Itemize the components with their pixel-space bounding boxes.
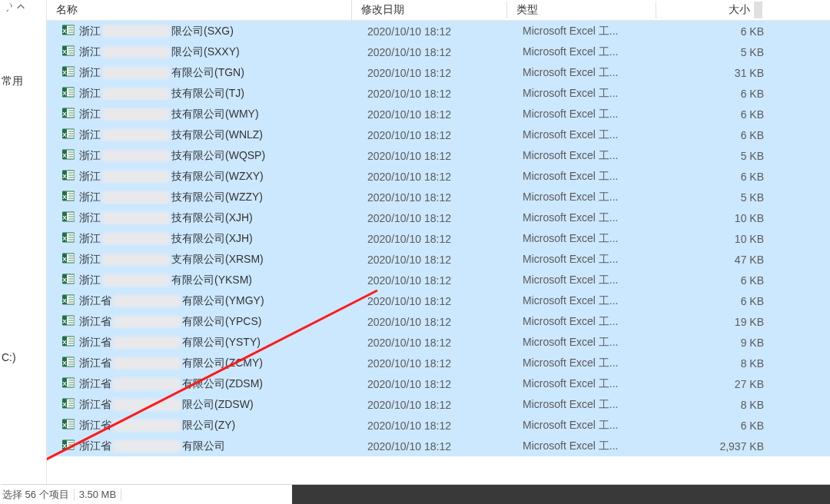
svg-text:X: X xyxy=(62,360,67,366)
excel-icon: X xyxy=(62,231,75,246)
file-name: 浙江技有限公司(XJH) xyxy=(79,211,358,225)
redacted-text xyxy=(102,88,170,100)
excel-icon: X xyxy=(62,418,75,433)
file-size: 2,937 KB xyxy=(662,440,775,453)
file-size: 8 KB xyxy=(662,399,775,411)
file-name: 浙江技有限公司(WZXY) xyxy=(79,170,358,184)
redacted-text xyxy=(113,419,181,432)
file-row[interactable]: X浙江有限公司(YKSM)2020/10/10 18:12Microsoft E… xyxy=(47,270,830,290)
file-row[interactable]: X浙江有限公司(TGN)2020/10/10 18:12Microsoft Ex… xyxy=(47,62,830,83)
redacted-text xyxy=(102,150,170,162)
redacted-text xyxy=(102,108,170,121)
svg-text:X: X xyxy=(62,90,67,97)
svg-text:X: X xyxy=(62,194,67,201)
file-name: 浙江技有限公司(WMY) xyxy=(79,108,358,121)
file-row[interactable]: X浙江省有限公司(ZDSM)2020/10/10 18:12Microsoft … xyxy=(47,373,830,394)
file-type: Microsoft Excel 工... xyxy=(513,377,662,391)
excel-icon: X xyxy=(62,128,75,142)
file-type: Microsoft Excel 工... xyxy=(513,45,662,59)
svg-text:X: X xyxy=(62,28,67,35)
excel-icon: X xyxy=(62,190,75,204)
file-date: 2020/10/10 18:12 xyxy=(358,150,513,162)
file-name: 浙江限公司(SXXY) xyxy=(79,45,358,59)
file-row[interactable]: X浙江技有限公司(TJ)2020/10/10 18:12Microsoft Ex… xyxy=(47,83,830,104)
redacted-text xyxy=(102,171,170,183)
file-size: 10 KB xyxy=(662,212,775,224)
excel-icon: X xyxy=(62,211,75,225)
file-row[interactable]: X浙江技有限公司(WMY)2020/10/10 18:12Microsoft E… xyxy=(47,104,830,124)
file-name: 浙江省有限公司(ZDSM) xyxy=(79,377,358,391)
file-name: 浙江技有限公司(WQSP) xyxy=(79,149,358,163)
column-header-size[interactable]: 大小 xyxy=(656,0,762,20)
nav-drive-c[interactable]: C:) xyxy=(0,346,46,368)
file-date: 2020/10/10 18:12 xyxy=(358,274,513,287)
file-type: Microsoft Excel 工... xyxy=(513,294,662,308)
column-header-name[interactable]: 名称 xyxy=(47,0,352,20)
file-row[interactable]: X浙江技有限公司(XJH)2020/10/10 18:12Microsoft E… xyxy=(47,228,830,249)
file-row[interactable]: X浙江技有限公司(WZZY)2020/10/10 18:12Microsoft … xyxy=(47,187,830,207)
column-headers: 名称 修改日期 类型 大小 xyxy=(47,0,830,21)
file-row[interactable]: X浙江限公司(SXG)2020/10/10 18:12Microsoft Exc… xyxy=(47,21,830,41)
file-row[interactable]: X浙江限公司(SXXY)2020/10/10 18:12Microsoft Ex… xyxy=(47,41,830,62)
file-name: 浙江省有限公司(YSTY) xyxy=(79,336,358,350)
file-size: 5 KB xyxy=(662,191,775,204)
column-header-date[interactable]: 修改日期 xyxy=(352,0,507,20)
nav-favorites[interactable]: 常用 xyxy=(0,70,46,93)
file-type: Microsoft Excel 工... xyxy=(513,232,662,246)
file-row[interactable]: X浙江技有限公司(WNLZ)2020/10/10 18:12Microsoft … xyxy=(47,124,830,145)
file-row[interactable]: X浙江技有限公司(WQSP)2020/10/10 18:12Microsoft … xyxy=(47,145,830,166)
file-date: 2020/10/10 18:12 xyxy=(358,171,513,183)
status-divider xyxy=(74,489,75,501)
file-date: 2020/10/10 18:12 xyxy=(358,419,513,432)
file-size: 9 KB xyxy=(662,337,775,349)
excel-icon: X xyxy=(62,24,75,38)
redacted-text xyxy=(102,25,170,38)
file-row[interactable]: X浙江省有限公司(YSTY)2020/10/10 18:12Microsoft … xyxy=(47,332,830,353)
file-date: 2020/10/10 18:12 xyxy=(358,129,513,141)
file-size: 27 KB xyxy=(662,378,775,390)
file-name: 浙江限公司(SXG) xyxy=(79,25,358,38)
redacted-text xyxy=(102,212,170,224)
svg-text:X: X xyxy=(62,214,67,221)
file-row[interactable]: X浙江省限公司(ZY)2020/10/10 18:12Microsoft Exc… xyxy=(47,415,830,436)
file-type: Microsoft Excel 工... xyxy=(513,274,662,287)
redacted-text xyxy=(113,357,181,370)
excel-icon: X xyxy=(62,439,75,453)
redacted-text xyxy=(102,67,170,79)
redacted-text xyxy=(102,274,170,287)
file-size: 6 KB xyxy=(662,25,775,38)
svg-text:X: X xyxy=(62,131,67,138)
file-date: 2020/10/10 18:12 xyxy=(358,67,513,79)
svg-text:X: X xyxy=(62,443,67,449)
file-row[interactable]: X浙江省有限公司(YPCS)2020/10/10 18:12Microsoft … xyxy=(47,311,830,332)
file-row[interactable]: X浙江技有限公司(WZXY)2020/10/10 18:12Microsoft … xyxy=(47,166,830,187)
column-header-type[interactable]: 类型 xyxy=(507,0,656,20)
file-row[interactable]: X浙江省限公司(ZDSW)2020/10/10 18:12Microsoft E… xyxy=(47,394,830,415)
file-row[interactable]: X浙江支有限公司(XRSM)2020/10/10 18:12Microsoft … xyxy=(47,249,830,270)
svg-text:X: X xyxy=(62,235,67,242)
svg-text:X: X xyxy=(62,152,67,159)
file-type: Microsoft Excel 工... xyxy=(513,356,662,370)
file-type: Microsoft Excel 工... xyxy=(513,439,662,453)
excel-icon: X xyxy=(62,293,75,308)
redacted-text xyxy=(102,233,170,245)
file-size: 6 KB xyxy=(662,88,775,100)
excel-icon: X xyxy=(62,356,75,370)
navigation-pane[interactable]: 常用 C:) xyxy=(0,0,47,504)
file-name: 浙江省限公司(ZDSW) xyxy=(79,398,358,412)
file-row[interactable]: X浙江省有限公司(YMGY)2020/10/10 18:12Microsoft … xyxy=(47,290,830,311)
status-divider xyxy=(121,489,121,501)
file-type: Microsoft Excel 工... xyxy=(513,211,662,225)
file-row[interactable]: X浙江省有限公司(ZCMY)2020/10/10 18:12Microsoft … xyxy=(47,353,830,373)
pin-icon[interactable] xyxy=(3,2,14,15)
chevron-up-icon[interactable] xyxy=(15,2,26,15)
file-type: Microsoft Excel 工... xyxy=(513,170,662,184)
file-name: 浙江支有限公司(XRSM) xyxy=(79,253,358,267)
file-date: 2020/10/10 18:12 xyxy=(358,88,513,100)
file-size: 6 KB xyxy=(662,171,775,183)
file-row[interactable]: X浙江省有限公司2020/10/10 18:12Microsoft Excel … xyxy=(47,436,830,456)
file-row[interactable]: X浙江技有限公司(XJH)2020/10/10 18:12Microsoft E… xyxy=(47,207,830,228)
file-rows[interactable]: X浙江限公司(SXG)2020/10/10 18:12Microsoft Exc… xyxy=(47,21,830,504)
redacted-text xyxy=(113,337,181,349)
file-date: 2020/10/10 18:12 xyxy=(358,233,513,245)
